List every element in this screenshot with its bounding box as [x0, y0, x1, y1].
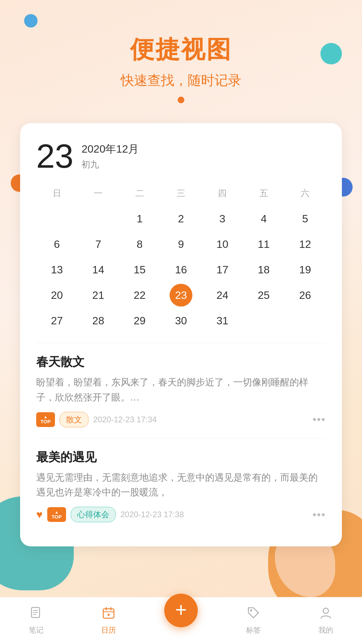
note-title-1: 春天散文	[36, 354, 326, 370]
nav-label-notes: 笔记	[29, 625, 44, 635]
cal-day-2[interactable]: 2	[170, 207, 192, 230]
cal-day-19[interactable]: 19	[294, 258, 316, 281]
nav-item-tags[interactable]: 标签	[217, 606, 290, 635]
cal-day-14[interactable]: 14	[87, 258, 110, 281]
date-year-month: 2020年12月	[81, 142, 139, 157]
page-title: 便捷视图	[0, 34, 362, 66]
note-content-1: 盼望着，盼望着，东风来了，春天的脚步近了，一切像刚睡醒的样子，欣欣然张开了眼。…	[36, 375, 326, 405]
divider-1	[36, 343, 326, 343]
weekday-fri: 五	[243, 185, 284, 202]
cal-day-6[interactable]: 6	[46, 233, 68, 256]
weekday-sat: 六	[285, 185, 326, 202]
cal-day-28[interactable]: 28	[87, 309, 110, 332]
date-header: 23 2020年12月 初九	[36, 139, 326, 173]
heart-icon-2[interactable]: ♥	[36, 508, 43, 521]
cal-day-30[interactable]: 30	[170, 309, 192, 332]
note-datetime-2: 2020-12-23 17:38	[120, 510, 184, 519]
cal-day-11[interactable]: 11	[252, 233, 275, 256]
nav-label-tags: 标签	[246, 625, 261, 635]
cal-day-13[interactable]: 13	[46, 258, 68, 281]
main-card: 23 2020年12月 初九 日 一 二 三 四 五 六 1 2 3 4 5 6	[20, 123, 342, 546]
cal-day-26[interactable]: 26	[294, 284, 316, 307]
cal-day-25[interactable]: 25	[252, 284, 275, 307]
deco-circle-orange-center	[178, 97, 184, 103]
cal-day-3[interactable]: 3	[211, 207, 234, 230]
note-meta-2: ♥ ▲ TOP 心得体会 2020-12-23 17:38 •••	[36, 507, 326, 522]
pin-icon-2: ▲ TOP	[47, 507, 66, 522]
cal-day-20[interactable]: 20	[46, 284, 68, 307]
page-header: 便捷视图 快速查找，随时记录	[0, 0, 362, 96]
cal-day-27[interactable]: 27	[46, 309, 68, 332]
note-content-2: 遇见无需理由，无需刻意地追求，无意中的遇见是常有的，而最美的遇见也许是寒冷中的一…	[36, 470, 326, 500]
nav-label-calendar: 日历	[101, 625, 116, 635]
note-item-2: 最美的遇见 遇见无需理由，无需刻意地追求，无意中的遇见是常有的，而最美的遇见也许…	[36, 449, 326, 523]
weekday-tue: 二	[119, 185, 160, 202]
pin-icon-1: ▲ TOP	[36, 412, 55, 427]
cal-day-31[interactable]: 31	[211, 309, 234, 332]
page-subtitle: 快速查找，随时记录	[0, 71, 362, 90]
note-item-1: 春天散文 盼望着，盼望着，东风来了，春天的脚步近了，一切像刚睡醒的样子，欣欣然张…	[36, 354, 326, 427]
plus-icon: +	[175, 600, 187, 620]
cal-day-15[interactable]: 15	[128, 258, 151, 281]
category-tag-2[interactable]: 心得体会	[71, 507, 116, 522]
calendar-icon	[102, 606, 115, 623]
nav-item-profile[interactable]: 我的	[290, 606, 362, 635]
cal-day-5[interactable]: 5	[294, 207, 316, 230]
category-tag-1[interactable]: 散文	[60, 412, 88, 427]
notes-icon	[29, 606, 43, 623]
cal-day-29[interactable]: 29	[128, 309, 151, 332]
note-title-2: 最美的遇见	[36, 449, 326, 466]
calendar: 日 一 二 三 四 五 六 1 2 3 4 5 6 7 8 9 10 11 12	[36, 185, 326, 332]
date-lunar: 初九	[81, 159, 139, 170]
svg-point-9	[250, 609, 252, 611]
note-meta-1: ▲ TOP 散文 2020-12-23 17:34 •••	[36, 412, 326, 427]
calendar-days: 1 2 3 4 5 6 7 8 9 10 11 12 13 14 15 16 1…	[36, 207, 326, 332]
cal-day-23[interactable]: 23	[170, 284, 192, 307]
weekday-mon: 一	[77, 185, 119, 202]
svg-point-10	[323, 608, 328, 613]
cal-day-9[interactable]: 9	[170, 233, 192, 256]
cal-day-24[interactable]: 24	[211, 284, 234, 307]
cal-day-7[interactable]: 7	[87, 233, 110, 256]
cal-day-17[interactable]: 17	[211, 258, 234, 281]
svg-point-8	[108, 614, 110, 616]
cal-day-18[interactable]: 18	[252, 258, 275, 281]
nav-item-calendar[interactable]: 日历	[72, 606, 145, 635]
more-button-2[interactable]: •••	[312, 508, 326, 521]
cal-day-1[interactable]: 1	[128, 207, 151, 230]
cal-day-8[interactable]: 8	[128, 233, 151, 256]
nav-item-notes[interactable]: 笔记	[0, 606, 72, 635]
note-datetime-1: 2020-12-23 17:34	[93, 415, 157, 424]
cal-day-16[interactable]: 16	[170, 258, 192, 281]
date-day: 23	[36, 139, 73, 173]
tags-icon	[247, 606, 260, 623]
cal-day-12[interactable]: 12	[294, 233, 316, 256]
nav-label-profile: 我的	[318, 625, 333, 635]
calendar-weekdays: 日 一 二 三 四 五 六	[36, 185, 326, 202]
svg-rect-4	[103, 609, 114, 618]
cal-day-4[interactable]: 4	[252, 207, 275, 230]
cal-day-21[interactable]: 21	[87, 284, 110, 307]
weekday-sun: 日	[36, 185, 77, 202]
fab-add-button[interactable]: +	[164, 594, 198, 627]
divider-2	[36, 438, 326, 438]
cal-day-10[interactable]: 10	[211, 233, 234, 256]
weekday-wed: 三	[160, 185, 201, 202]
weekday-thu: 四	[202, 185, 243, 202]
date-info: 2020年12月 初九	[81, 139, 139, 170]
more-button-1[interactable]: •••	[312, 413, 326, 426]
profile-icon	[319, 606, 333, 623]
cal-day-22[interactable]: 22	[128, 284, 151, 307]
